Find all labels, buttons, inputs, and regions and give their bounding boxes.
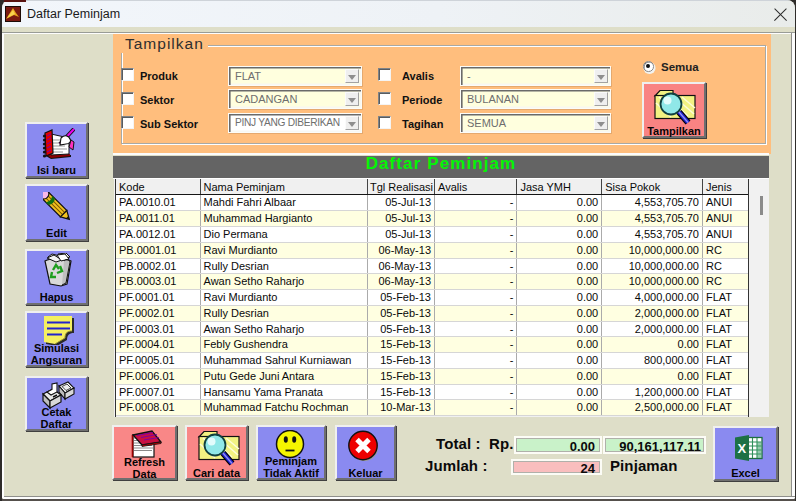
svg-text:X: X — [737, 441, 746, 456]
